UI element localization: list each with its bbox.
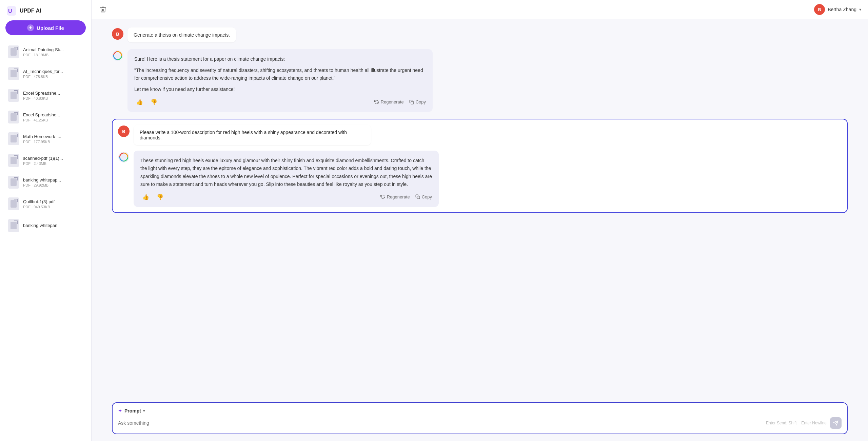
file-item-7[interactable]: Quillbot-1(3).pdf PDF · 949.53KB [3,193,88,214]
file-item-5[interactable]: scanned-pdf (1)(1)... PDF · 2.43MB [3,150,88,171]
file-size-4: PDF · 177.95KB [23,140,83,144]
vote-buttons-2: 👍 👎 [140,193,165,201]
copy-actions-2: Regenerate Copy [380,194,432,199]
file-item-8[interactable]: banking whitepan [3,215,88,236]
ai-avatar-1 [112,50,123,61]
app-title: UPDF AI [20,8,41,14]
regenerate-icon-2 [380,194,385,199]
ai-actions-2: 👍 👎 Regenerate Copy [140,193,432,201]
file-item-3[interactable]: Excel Spreadshe... PDF · 41.25KB [3,107,88,128]
regenerate-icon-1 [374,100,379,104]
main-panel: B Bertha Zhang ▾ B Generate a theiss on … [92,0,868,441]
sparkle-icon: ✦ [118,408,122,414]
user-message-1-text: Generate a theiss on climate change impa… [134,32,230,38]
thumbs-up-button-1[interactable]: 👍 [134,98,145,106]
ai-msg2-text: These stunning red high heels exude luxu… [140,157,432,188]
chat-input[interactable] [118,420,766,426]
user-message-1: B Generate a theiss on climate change im… [112,27,848,42]
thumbs-down-button-1[interactable]: 👎 [149,98,159,106]
prompt-caret-icon: ▾ [143,409,145,413]
send-button[interactable] [830,417,842,429]
copy-button-1[interactable]: Copy [409,99,426,104]
file-icon-6 [8,176,19,189]
file-icon-5 [8,154,19,167]
file-icon-3 [8,111,19,123]
upload-file-button[interactable]: + Upload File [5,20,86,35]
file-item-1[interactable]: AI_Techniques_for... PDF · 478.8KB [3,63,88,84]
file-icon-8 [8,219,19,232]
ai-bubble-1: Sure! Here is a thesis statement for a p… [127,49,433,112]
user-message-2-text: Please write a 100-word description for … [140,130,347,140]
file-info-8: banking whitepan [23,223,83,229]
thumbs-up-button-2[interactable]: 👍 [140,193,151,201]
file-info-7: Quillbot-1(3).pdf PDF · 949.53KB [23,199,83,209]
chevron-down-icon: ▾ [859,7,861,12]
input-area: ✦ Prompt ▾ Enter Send; Shift + Enter New… [92,397,868,441]
file-name-7: Quillbot-1(3).pdf [23,199,83,204]
prompt-label: Prompt [124,408,141,414]
file-name-2: Excel Spreadshe... [23,91,83,96]
ai-message-1: Sure! Here is a thesis statement for a p… [112,49,848,112]
prompt-input-row: Enter Send; Shift + Enter Newline [118,417,842,429]
file-info-2: Excel Spreadshe... PDF · 40.83KB [23,91,83,100]
file-size-2: PDF · 40.83KB [23,96,83,100]
file-icon-7 [8,197,19,210]
ai-bubble-2: These stunning red high heels exude luxu… [134,151,439,207]
ai-msg1-line1: Sure! Here is a thesis statement for a p… [134,55,426,63]
user-avatar: B [814,4,825,15]
file-name-0: Animal Painting Sk... [23,47,83,52]
file-item-6[interactable]: banking whitepap... PDF · 29.92MB [3,172,88,193]
ai-avatar-2 [118,151,130,163]
file-name-3: Excel Spreadshe... [23,112,83,117]
file-size-0: PDF · 18.19MB [23,53,83,57]
regenerate-button-2[interactable]: Regenerate [380,194,410,199]
ai-msg1-line2: "The increasing frequency and severity o… [134,66,426,82]
file-info-0: Animal Painting Sk... PDF · 18.19MB [23,47,83,57]
ai-msg1-line3: Let me know if you need any further assi… [134,85,426,93]
file-icon-0 [8,45,19,58]
file-list: Animal Painting Sk... PDF · 18.19MB AI_T… [0,41,91,441]
thumbs-down-button-2[interactable]: 👎 [155,193,165,201]
user-menu[interactable]: B Bertha Zhang ▾ [814,4,861,15]
regenerate-button-1[interactable]: Regenerate [374,99,404,104]
user-avatar-msg1: B [112,28,123,40]
file-name-4: Math Homework_... [23,134,83,139]
copy-icon-2 [415,194,420,199]
file-size-5: PDF · 2.43MB [23,161,83,166]
user-bubble-1: Generate a theiss on climate change impa… [127,27,236,42]
file-size-1: PDF · 478.8KB [23,75,83,79]
send-icon [833,420,839,426]
chat-area: B Generate a theiss on climate change im… [92,19,868,397]
input-hint: Enter Send; Shift + Enter Newline [766,421,827,425]
file-size-7: PDF · 949.53KB [23,205,83,209]
upload-button-label: Upload File [37,25,64,31]
file-item-2[interactable]: Excel Spreadshe... PDF · 40.83KB [3,85,88,106]
vote-buttons-1: 👍 👎 [134,98,159,106]
file-info-1: AI_Techniques_for... PDF · 478.8KB [23,69,83,79]
svg-text:U: U [8,8,12,14]
copy-button-2[interactable]: Copy [415,194,432,199]
prompt-header: ✦ Prompt ▾ [118,408,842,414]
file-info-5: scanned-pdf (1)(1)... PDF · 2.43MB [23,156,83,166]
file-name-1: AI_Techniques_for... [23,69,83,74]
selected-conversation-pair: B Please write a 100-word description fo… [112,119,848,213]
file-size-6: PDF · 29.92MB [23,183,83,187]
file-info-3: Excel Spreadshe... PDF · 41.25KB [23,112,83,122]
user-avatar-msg2: B [118,126,130,137]
user-bubble-2: Please write a 100-word description for … [134,125,371,145]
user-message-2: B Please write a 100-word description fo… [118,125,842,145]
prompt-box[interactable]: ✦ Prompt ▾ Enter Send; Shift + Enter New… [112,402,848,434]
ai-message-2: These stunning red high heels exude luxu… [118,151,842,207]
file-size-3: PDF · 41.25KB [23,118,83,122]
file-name-8: banking whitepan [23,223,83,228]
file-info-4: Math Homework_... PDF · 177.95KB [23,134,83,144]
plus-icon: + [27,24,34,31]
svg-rect-3 [411,101,414,104]
clear-chat-button[interactable] [98,5,108,14]
ai-actions-1: 👍 👎 Regenerate Copy [134,98,426,106]
file-name-6: banking whitepap... [23,177,83,183]
file-item-4[interactable]: Math Homework_... PDF · 177.95KB [3,128,88,149]
topbar: B Bertha Zhang ▾ [92,0,868,19]
copy-icon-1 [409,100,414,104]
file-item-0[interactable]: Animal Painting Sk... PDF · 18.19MB [3,41,88,62]
